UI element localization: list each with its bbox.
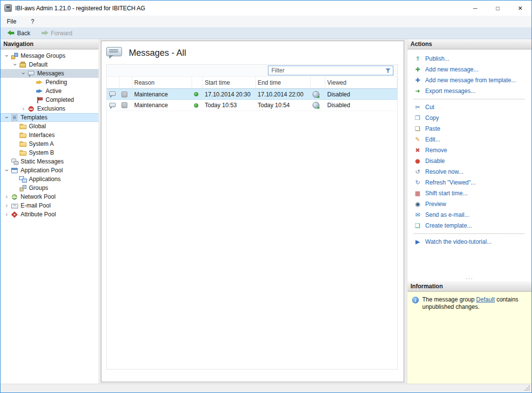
tree-item-messages[interactable]: Messages (0, 69, 98, 78)
message-viewed: Disabled (325, 100, 397, 111)
information-header: Information (408, 281, 532, 292)
action-publish[interactable]: ⇑Publish... (408, 53, 532, 64)
action-resolve-now[interactable]: ↺Resolve now... (408, 166, 532, 177)
info-default-link[interactable]: Default (476, 296, 495, 303)
tree-item-label: Network Pool (21, 193, 55, 200)
window-controls: ─ □ ✕ (464, 0, 532, 16)
action-label: Shift start time... (425, 190, 468, 197)
status-bar (0, 384, 532, 393)
action-add-new-message-from-template[interactable]: ✚Add new message from template... (408, 75, 532, 86)
message-row[interactable]: MaintenanceToday 10:53Today 10:54Disable… (107, 100, 397, 111)
message-viewed: Disabled (325, 89, 397, 99)
tree-item-attribute-pool[interactable]: Attribute Pool (0, 210, 98, 219)
chevron-down-icon[interactable] (2, 113, 11, 122)
action-cut[interactable]: ✂Cut (408, 102, 532, 113)
copy-icon: ❐ (414, 115, 421, 121)
action-copy[interactable]: ❐Copy (408, 113, 532, 123)
header-end-time[interactable]: End time (256, 77, 311, 88)
filter-band (107, 65, 397, 77)
tree-item-label: Interfaces (29, 132, 55, 139)
action-label: Create template... (425, 222, 472, 229)
back-button[interactable]: Back (4, 29, 33, 38)
title-bar: IBI-aws Admin 1.21.0 - registered for IB… (0, 0, 532, 16)
action-label: Resolve now... (425, 168, 463, 175)
tree-item-exclusions[interactable]: Exclusions (0, 104, 98, 113)
tree-item-message-groups[interactable]: Message Groups (0, 51, 98, 60)
header-viewed[interactable]: Viewed (325, 77, 397, 88)
tree-item-groups[interactable]: Groups (0, 184, 98, 192)
tree-item-active[interactable]: Active (0, 87, 98, 95)
tree-item-default[interactable]: Default (0, 60, 98, 69)
tree-item-static-messages[interactable]: Static Messages (0, 157, 98, 166)
filter-input[interactable] (268, 67, 384, 74)
tree-item-global[interactable]: Global (0, 122, 98, 131)
menu-file[interactable]: File (5, 17, 18, 26)
action-send-as-e-mail[interactable]: ✉Send as e-mail... (408, 209, 532, 220)
tree-item-system-b[interactable]: System B (0, 148, 98, 157)
main-panel: Messages - All Reason Start time End tim… (101, 41, 404, 382)
actions-overflow-indicator[interactable]: ··· (408, 276, 532, 281)
action-edit[interactable]: ✎Edit... (408, 134, 532, 145)
tree-item-label: E-mail Pool (21, 202, 50, 209)
static-messages-icon (11, 158, 19, 165)
actions-separator (413, 99, 525, 99)
action-refresh-viewed[interactable]: ↻Refresh "Viewed"... (408, 177, 532, 188)
tree-item-applications[interactable]: Applications (0, 175, 98, 184)
chevron-down-icon[interactable] (11, 60, 19, 69)
tree-item-network-pool[interactable]: Network Pool (0, 192, 98, 201)
filter-funnel-icon[interactable] (384, 66, 393, 75)
chevron-down-icon[interactable] (19, 69, 27, 78)
chevron-down-icon[interactable] (2, 166, 11, 175)
action-label: Edit... (425, 136, 440, 143)
close-button[interactable]: ✕ (509, 0, 532, 16)
menu-help[interactable]: ? (29, 17, 36, 26)
maximize-button[interactable]: □ (486, 0, 509, 16)
chevron-right-icon[interactable] (2, 192, 11, 201)
message-row[interactable]: Maintenance17.10.2014 20:3017.10.2014 22… (107, 89, 397, 100)
action-add-new-message[interactable]: ✚Add new message... (408, 64, 532, 75)
minimize-button[interactable]: ─ (464, 0, 486, 16)
back-arrow-icon (7, 30, 15, 36)
tree-item-interfaces[interactable]: Interfaces (0, 131, 98, 139)
action-shift-start-time[interactable]: ▦Shift start time... (408, 188, 532, 199)
cut-icon: ✂ (414, 104, 421, 111)
messages-title-icon (106, 46, 122, 60)
content-area: Navigation Message GroupsDefaultMessages… (0, 39, 532, 384)
tree-item-label: Messages (37, 70, 64, 77)
tree-item-application-pool[interactable]: Application Pool (0, 166, 98, 175)
forward-button[interactable]: Forward (38, 29, 75, 38)
paste-icon: ❏ (414, 125, 421, 132)
action-label: Add new message... (425, 66, 479, 73)
header-icon-col (107, 77, 120, 88)
action-paste[interactable]: ❏Paste (408, 123, 532, 134)
tree-item-system-a[interactable]: System A (0, 139, 98, 148)
action-watch-the-video-tutorial[interactable]: ▶Watch the video-tutorial... (408, 236, 532, 247)
header-reason[interactable]: Reason (132, 77, 192, 88)
action-label: Export messages... (425, 88, 476, 94)
pending-icon (36, 79, 44, 86)
messages-table-header: Reason Start time End time Viewed (107, 77, 397, 89)
chevron-down-icon[interactable] (2, 51, 11, 60)
chevron-right-icon[interactable] (2, 201, 11, 210)
resize-grip[interactable] (525, 386, 531, 392)
action-export-messages[interactable]: ➜Export messages... (408, 86, 532, 96)
tree-item-e-mail-pool[interactable]: E-mail Pool (0, 201, 98, 210)
action-disable[interactable]: ●Disable (408, 156, 532, 166)
chevron-right-icon[interactable] (19, 104, 27, 113)
action-create-template[interactable]: ❑Create template... (408, 220, 532, 231)
action-remove[interactable]: ✖Remove (408, 145, 532, 156)
page-title: Messages - All (129, 48, 186, 58)
header-color-col (120, 77, 132, 88)
tree-item-completed[interactable]: Completed (0, 95, 98, 104)
chevron-right-icon[interactable] (2, 210, 11, 219)
preview-icon: ◉ (414, 201, 421, 208)
action-label: Publish... (425, 55, 449, 62)
tree-item-templates[interactable]: Templates (0, 113, 98, 122)
tree-item-pending[interactable]: Pending (0, 78, 98, 87)
header-start-time[interactable]: Start time (203, 77, 256, 88)
menu-bar: File ? (0, 16, 532, 27)
video-tutorial-icon: ▶ (414, 238, 421, 245)
folder-icon (19, 140, 27, 148)
message-viewed-icon-cell (311, 89, 325, 99)
action-preview[interactable]: ◉Preview (408, 199, 532, 209)
